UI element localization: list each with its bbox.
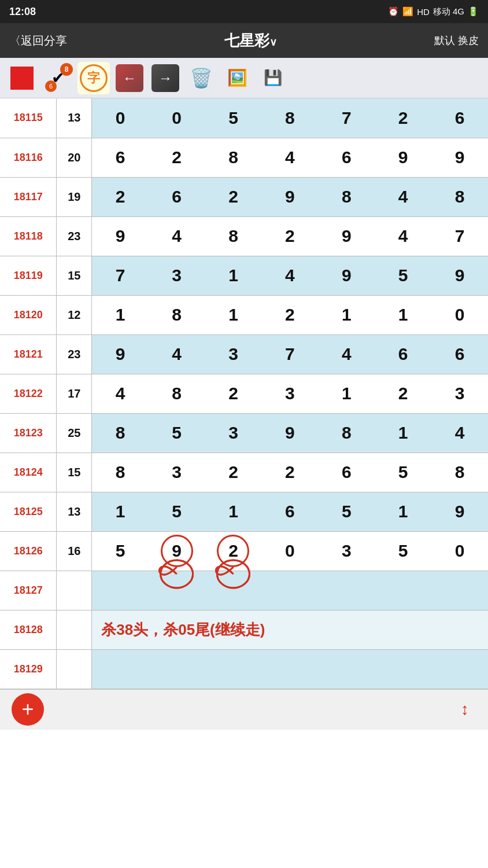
issue-cell: 18123 xyxy=(0,413,57,453)
num-cell: 6 xyxy=(261,492,318,531)
num-cell: 4 xyxy=(92,374,149,413)
zi-tool[interactable]: 字 xyxy=(77,62,110,94)
status-time: 12:08 xyxy=(9,6,36,18)
num-cell: 5 xyxy=(149,413,205,453)
num-cell: 8 xyxy=(92,413,149,453)
num-cell: 7 xyxy=(261,334,318,374)
num-cell: 4 xyxy=(149,334,205,374)
save-tool[interactable]: 💾 xyxy=(257,62,289,94)
num-cell: 2 xyxy=(205,177,262,216)
issue-cell: 18122 xyxy=(0,374,57,413)
table-row: 18117192629848 xyxy=(0,177,488,216)
sum-cell: 23 xyxy=(57,334,92,374)
back-button[interactable]: 〈返回分享 xyxy=(9,33,67,49)
num-cell: 7 xyxy=(92,256,149,295)
num-cell: 4 xyxy=(318,334,375,374)
red-square-icon xyxy=(10,67,34,90)
issue-cell: 18128 xyxy=(0,610,57,649)
red-square-tool[interactable] xyxy=(6,62,38,94)
battery-icon: 🔋 xyxy=(468,6,479,17)
num-cell: 5 xyxy=(92,531,149,571)
num-cell: 0 xyxy=(261,531,318,571)
num-cell: 8 xyxy=(261,98,318,138)
num-cell: 1 xyxy=(205,492,262,531)
table-row: 18121239437466 xyxy=(0,334,488,374)
num-cell: 3 xyxy=(149,453,205,492)
photo-icon: 🖼️ xyxy=(223,64,251,92)
num-cell: 2 xyxy=(261,295,318,334)
num-cell: 2 xyxy=(375,374,431,413)
num-cell: 2 xyxy=(205,374,262,413)
num-cell: 3 xyxy=(149,256,205,295)
num-cell: 0 xyxy=(92,98,149,138)
num-cell: 9 xyxy=(149,531,205,571)
num-cell: 0 xyxy=(431,531,488,571)
num-cell: 7 xyxy=(431,216,488,256)
num-cell: 9 xyxy=(318,216,375,256)
num-cell xyxy=(261,649,318,689)
num-cell: 9 xyxy=(261,177,318,216)
num-cell xyxy=(375,649,431,689)
table-row: 18115130058726 xyxy=(0,98,488,138)
issue-cell: 18115 xyxy=(0,98,57,138)
num-cell xyxy=(261,571,318,610)
num-cell: 4 xyxy=(375,177,431,216)
table-row: 18129 xyxy=(0,649,488,689)
num-cell: 9 xyxy=(92,216,149,256)
num-cell: 6 xyxy=(318,453,375,492)
sum-cell: 12 xyxy=(57,295,92,334)
table-row: 18127 xyxy=(0,571,488,610)
num-cell: 0 xyxy=(431,295,488,334)
checkmark-tool[interactable]: ✔ 8 6 xyxy=(42,62,74,94)
issue-cell: 18124 xyxy=(0,453,57,492)
num-cell xyxy=(375,571,431,610)
num-cell: 2 xyxy=(92,177,149,216)
num-cell xyxy=(431,649,488,689)
add-button[interactable]: + xyxy=(12,693,44,726)
num-cell: 3 xyxy=(261,374,318,413)
num-cell: 9 xyxy=(92,334,149,374)
num-cell: 5 xyxy=(375,256,431,295)
bottom-bar: + ↕ xyxy=(0,689,488,730)
num-cell xyxy=(92,571,149,610)
data-table-wrapper: 1811513005872618116206284699181171926298… xyxy=(0,98,488,689)
sum-cell: 13 xyxy=(57,98,92,138)
sum-cell: 19 xyxy=(57,177,92,216)
annotation-cell: 杀38头，杀05尾(继续走) xyxy=(92,610,488,649)
num-cell: 5 xyxy=(149,492,205,531)
table-row: 18118239482947 xyxy=(0,216,488,256)
num-cell: 8 xyxy=(205,138,262,177)
num-cell: 9 xyxy=(431,256,488,295)
num-cell: 1 xyxy=(318,374,375,413)
num-cell: 1 xyxy=(92,295,149,334)
photo-tool[interactable]: 🖼️ xyxy=(221,62,253,94)
arrow-left-icon: ← xyxy=(116,64,143,92)
num-cell: 6 xyxy=(149,177,205,216)
num-cell: 1 xyxy=(375,295,431,334)
arrow-right-tool[interactable]: → xyxy=(149,62,182,94)
status-bar: 12:08 ⏰ 📶 HD 移动 4G 🔋 xyxy=(0,0,488,23)
table-row: 18119157314959 xyxy=(0,256,488,295)
arrow-left-tool[interactable]: ← xyxy=(113,62,146,94)
sum-cell: 15 xyxy=(57,256,92,295)
scroll-button[interactable]: ↕ xyxy=(453,698,476,721)
issue-cell: 18129 xyxy=(0,649,57,689)
num-cell: 8 xyxy=(149,374,205,413)
trash-tool[interactable]: 🗑️ xyxy=(185,62,217,94)
num-cell: 3 xyxy=(318,531,375,571)
nav-right-actions[interactable]: 默认 换皮 xyxy=(434,34,479,47)
num-cell: 9 xyxy=(318,256,375,295)
table-row: 18116206284699 xyxy=(0,138,488,177)
sum-cell: 17 xyxy=(57,374,92,413)
wifi-icon: 📶 xyxy=(402,6,413,17)
sum-cell: 23 xyxy=(57,216,92,256)
sum-cell: 20 xyxy=(57,138,92,177)
save-icon: 💾 xyxy=(259,64,287,92)
issue-cell: 18125 xyxy=(0,492,57,531)
num-cell xyxy=(431,571,488,610)
num-cell: 1 xyxy=(205,295,262,334)
num-cell: 4 xyxy=(261,138,318,177)
num-cell: 6 xyxy=(431,334,488,374)
num-cell xyxy=(149,571,205,610)
num-cell: 5 xyxy=(205,98,262,138)
